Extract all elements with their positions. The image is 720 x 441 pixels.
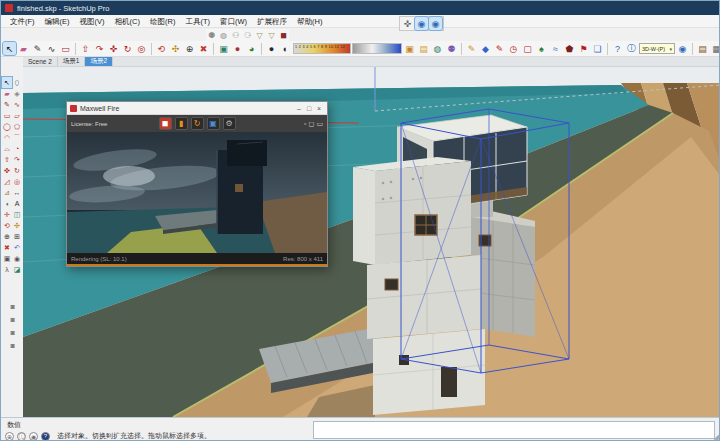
red-pen-button[interactable]: ✎ <box>493 42 506 55</box>
follow-me-tool[interactable]: ↷ <box>12 154 22 165</box>
menu-extensions[interactable]: 扩展程序 <box>252 15 292 28</box>
dimension-tool[interactable]: ↔ <box>12 187 22 198</box>
render-settings-button[interactable]: ⚙ <box>223 117 236 130</box>
maxwell-fire-tool[interactable]: ◙ <box>8 301 18 312</box>
move-tool[interactable]: ✜ <box>2 165 12 176</box>
paint-drop-button[interactable]: ◆ <box>479 42 492 55</box>
menu-help[interactable]: 帮助(H) <box>292 15 327 28</box>
maxwell-maximize-button[interactable]: □ <box>304 105 314 112</box>
three-point-arc-tool[interactable]: ⌓ <box>2 143 12 154</box>
maxwell-close-button[interactable]: × <box>314 105 324 112</box>
mx-sphere-button[interactable]: ◍ <box>218 30 229 41</box>
maxwell-minimize-button[interactable]: – <box>294 105 304 112</box>
select-tool[interactable]: ↖ <box>2 77 12 88</box>
shield-button[interactable]: ⬟ <box>563 42 576 55</box>
maxwell-account-button[interactable]: ⚉ <box>445 42 458 55</box>
polygon-tool[interactable]: ⬠ <box>12 121 22 132</box>
mx-funnel2-button[interactable]: ▽ <box>266 30 277 41</box>
mx-render-region-button[interactable]: ◼ <box>278 30 289 41</box>
zoom-extents-tool[interactable]: ✖ <box>2 242 12 253</box>
maxwell-scene-tool[interactable]: ◙ <box>8 327 18 338</box>
help-circle-icon[interactable]: ? <box>41 432 50 441</box>
push-pull-tool[interactable]: ⇧ <box>2 154 12 165</box>
zoom-extents-button[interactable]: ✖ <box>197 42 210 55</box>
two-point-arc-tool[interactable]: ⌒ <box>12 132 22 143</box>
menu-draw[interactable]: 绘图(R) <box>145 15 180 28</box>
line-button[interactable]: ✎ <box>31 42 44 55</box>
eraser-tool[interactable]: ▰ <box>2 88 12 99</box>
maxwell-preview-sphere-button[interactable]: ◉ <box>676 42 689 55</box>
save-image-button[interactable]: ▣ <box>207 117 220 130</box>
pan-tool[interactable]: ✣ <box>12 220 22 231</box>
flag-button[interactable]: ⚑ <box>577 42 590 55</box>
lock-view-button[interactable]: ▮ <box>175 117 188 130</box>
menu-camera[interactable]: 相机(C) <box>110 15 145 28</box>
exposure-slider[interactable] <box>352 43 402 54</box>
menu-window[interactable]: 窗口(W) <box>215 15 252 28</box>
axes-tool[interactable]: ✛ <box>2 209 12 220</box>
refresh-render-button[interactable]: ↻ <box>191 117 204 130</box>
water-button[interactable]: ≈ <box>549 42 562 55</box>
lasso-tool[interactable]: ⬯ <box>12 77 22 88</box>
zoom-tool[interactable]: ⊕ <box>2 231 12 242</box>
arc-tool[interactable]: ◠ <box>2 132 12 143</box>
warehouse-book-button[interactable]: ▤ <box>696 42 709 55</box>
eraser-button[interactable]: ▰ <box>17 42 30 55</box>
image-button[interactable]: ▣ <box>217 42 230 55</box>
orbit-button[interactable]: ⟲ <box>155 42 168 55</box>
maxwell-globe-button[interactable]: ◍ <box>431 42 444 55</box>
maxwell-sphere-half-button[interactable]: ◐ <box>279 42 292 55</box>
clock-button[interactable]: ◷ <box>507 42 520 55</box>
push-pull-button[interactable]: ⇧ <box>79 42 92 55</box>
menu-view[interactable]: 视图(V) <box>75 15 110 28</box>
stamp-tool[interactable]: ◈ <box>12 88 22 99</box>
look-around-tool[interactable]: ◉ <box>12 253 22 264</box>
maxwell-material-tool[interactable]: ◙ <box>8 314 18 325</box>
style-pencil-button[interactable]: ✎ <box>465 42 478 55</box>
mx-group-button[interactable]: ⚆ <box>242 30 253 41</box>
menu-edit[interactable]: 编辑(E) <box>40 15 75 28</box>
maxwell-box-button[interactable]: ▣ <box>403 42 416 55</box>
credits-icon[interactable]: ⓘ <box>17 432 26 441</box>
tree-button[interactable]: ♠ <box>535 42 548 55</box>
display-button[interactable]: ▢ <box>521 42 534 55</box>
move-button[interactable]: ✜ <box>107 42 120 55</box>
maxwell-render-tool[interactable]: ◙ <box>8 340 18 351</box>
previous-view-tool[interactable]: ↶ <box>12 242 22 253</box>
scale-tool[interactable]: ◿ <box>2 176 12 187</box>
line-tool[interactable]: ✎ <box>2 99 12 110</box>
follow-me-button[interactable]: ↷ <box>93 42 106 55</box>
mx-pair-button[interactable]: ⚇ <box>230 30 241 41</box>
position-camera-tool[interactable]: ▣ <box>2 253 12 264</box>
rotate-button[interactable]: ↻ <box>121 42 134 55</box>
mx-funnel-button[interactable]: ▽ <box>254 30 265 41</box>
warehouse-building-button[interactable]: ▦ <box>710 42 720 55</box>
pan-button[interactable]: ✣ <box>169 42 182 55</box>
maxwell-sphere-dark-button[interactable]: ● <box>265 42 278 55</box>
preview-size-small-button[interactable]: ▫ <box>304 120 306 128</box>
render-sphere-green-button[interactable]: ◕ <box>245 42 258 55</box>
freehand-tool[interactable]: ∿ <box>12 99 22 110</box>
orbit-blue-button[interactable]: ◉ <box>415 17 428 30</box>
zoom-button[interactable]: ⊕ <box>183 42 196 55</box>
rotated-rectangle-tool[interactable]: ▱ <box>12 110 22 121</box>
help-button[interactable]: ? <box>611 42 624 55</box>
rotate-tool[interactable]: ↻ <box>12 165 22 176</box>
signin-icon[interactable]: ◉ <box>29 432 38 441</box>
offset-button[interactable]: ◎ <box>135 42 148 55</box>
tape-measure-tool[interactable]: ⊿ <box>2 187 12 198</box>
rectangle-tool[interactable]: ▭ <box>2 110 12 121</box>
select-button[interactable]: ↖ <box>3 42 16 55</box>
menu-file[interactable]: 文件(F) <box>5 15 40 28</box>
pan-blue-button[interactable]: ◉ <box>429 17 442 30</box>
tab-scene-2[interactable]: Scene 2 <box>23 57 58 66</box>
move-camera-button[interactable]: ✜ <box>401 17 414 30</box>
layers-button[interactable]: ❏ <box>591 42 604 55</box>
mx-network-button[interactable]: ⚉ <box>206 30 217 41</box>
render-sphere-red-button[interactable]: ● <box>231 42 244 55</box>
maxwell-folder-button[interactable]: ▤ <box>417 42 430 55</box>
orbit-tool[interactable]: ⟲ <box>2 220 12 231</box>
protractor-tool[interactable]: ◖ <box>2 198 12 209</box>
rectangle-button[interactable]: ▭ <box>59 42 72 55</box>
measurements-input[interactable] <box>313 421 715 439</box>
